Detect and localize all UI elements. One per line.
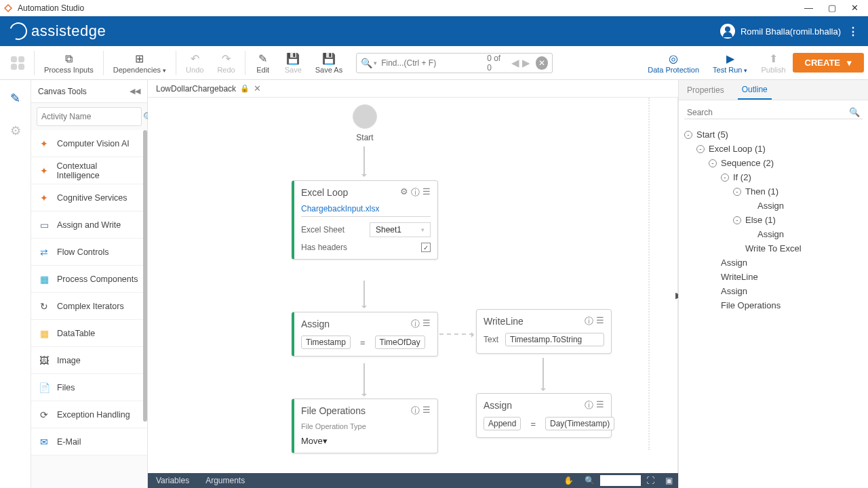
notes-icon[interactable]: ☰	[596, 315, 604, 327]
search-dropdown-icon[interactable]: ▾	[374, 60, 377, 66]
info-icon[interactable]: ⓘ	[585, 315, 593, 327]
tree-row[interactable]: Assign	[684, 199, 863, 213]
undo-button[interactable]: ↶ Undo	[179, 51, 210, 75]
tool-item[interactable]: ▭Assign and Write	[31, 211, 147, 239]
user-block[interactable]: Romil Bhalla(romil.bhalla)	[720, 24, 841, 39]
tree-row[interactable]: WriteLine	[684, 270, 863, 284]
data-protection-button[interactable]: ◎ Data Protection	[641, 51, 706, 75]
expand-right-icon[interactable]: ▶	[671, 287, 678, 302]
tree-row[interactable]: Assign	[684, 256, 863, 270]
collapse-panel-icon[interactable]: ◀◀	[130, 87, 140, 96]
variables-tab[interactable]: Variables	[148, 476, 197, 485]
info-icon[interactable]: ⓘ	[585, 399, 593, 411]
publish-button[interactable]: ⬆ Publish	[754, 51, 792, 75]
clear-search-icon[interactable]: ✕	[536, 56, 548, 70]
save-button[interactable]: 💾 Save	[278, 51, 309, 75]
assign-left[interactable]: Append	[484, 417, 521, 430]
assign-left[interactable]: Timestamp	[301, 336, 351, 349]
tree-row[interactable]: -Excel Loop (1)	[684, 142, 863, 156]
create-button[interactable]: CREATE▾	[793, 53, 864, 73]
tree-toggle-icon[interactable]: -	[733, 216, 741, 224]
info-icon[interactable]: ⓘ	[411, 405, 420, 417]
tool-item[interactable]: 🖼Image	[31, 347, 147, 374]
assign-node[interactable]: Assign ⓘ☰ Timestamp = TimeOfDay	[292, 312, 438, 357]
tree-toggle-icon[interactable]: -	[721, 174, 729, 182]
zoom-field[interactable]	[600, 475, 641, 486]
canvas[interactable]: Start Excel Loop ⚙ⓘ☰ ChargebackInput.xls…	[148, 98, 678, 473]
file-link[interactable]: ChargebackInput.xlsx	[301, 204, 431, 217]
tree-row[interactable]: File Operations	[684, 298, 863, 312]
workflow-tab[interactable]: LowDollarChargeback 🔒 ✕	[152, 83, 265, 94]
activity-search-input[interactable]	[41, 112, 143, 121]
prev-match-icon[interactable]: ◀	[510, 57, 521, 68]
sheet-dropdown[interactable]: Sheet1▾	[370, 222, 431, 237]
process-inputs-button[interactable]: ⧉ Process Inputs	[37, 51, 100, 75]
start-node[interactable]: Start	[344, 104, 385, 142]
minimize-button[interactable]: —	[804, 3, 813, 13]
file-operations-node[interactable]: File Operations ⓘ☰ File Operation Type M…	[292, 399, 438, 453]
tool-item[interactable]: ↻Complex Iterators	[31, 293, 147, 320]
tree-toggle-icon[interactable]: -	[733, 188, 741, 196]
outline-search-input[interactable]	[687, 108, 849, 117]
tool-item[interactable]: ▦DataTable	[31, 320, 147, 347]
arguments-tab[interactable]: Arguments	[197, 476, 253, 485]
tree-row[interactable]: Assign	[684, 227, 863, 241]
tool-item[interactable]: ✦Computer Vision AI	[31, 130, 147, 157]
notes-icon[interactable]: ☰	[422, 186, 431, 199]
tree-toggle-icon[interactable]: -	[696, 145, 705, 153]
assign-right[interactable]: Day(Timestamp)	[545, 417, 614, 430]
tree-row[interactable]: -Else (1)	[684, 213, 863, 227]
test-run-button[interactable]: ▶ Test Run▾	[706, 51, 754, 75]
gear-icon[interactable]: ⚙	[400, 186, 408, 199]
tool-item[interactable]: ✦Contextual Intelligence	[31, 157, 147, 184]
tree-row[interactable]: -If (2)	[684, 170, 863, 184]
save-as-button[interactable]: 💾 Save As	[309, 51, 349, 75]
type-dropdown[interactable]: Move▾	[301, 436, 431, 446]
info-icon[interactable]: ⓘ	[411, 318, 420, 330]
close-tab-icon[interactable]: ✕	[254, 83, 261, 94]
writeline-node[interactable]: WriteLine ⓘ☰ Text Timestamp.ToString	[476, 309, 612, 354]
excel-loop-node[interactable]: Excel Loop ⚙ⓘ☰ ChargebackInput.xlsx Exce…	[292, 180, 438, 260]
app-grid-toggle[interactable]	[4, 56, 31, 70]
close-button[interactable]: ✕	[851, 3, 859, 13]
text-value[interactable]: Timestamp.ToString	[505, 333, 604, 346]
info-icon[interactable]: ⓘ	[411, 186, 420, 199]
outline-search[interactable]: 🔍	[684, 106, 863, 119]
tool-item[interactable]: ✉E-Mail	[31, 428, 147, 455]
pan-icon[interactable]: ✋	[558, 476, 579, 485]
assign-right[interactable]: TimeOfDay	[375, 336, 425, 349]
find-box[interactable]: 🔍 ▾ 0 of 0 ◀▶ ✕	[356, 53, 553, 73]
tree-row[interactable]: Assign	[684, 284, 863, 298]
dependencies-button[interactable]: ⊞ Dependencies▾	[106, 51, 173, 75]
settings-rail-icon[interactable]: ⚙	[5, 121, 26, 141]
zoom-icon[interactable]: 🔍	[579, 476, 600, 485]
headers-checkbox[interactable]: ✓	[421, 243, 431, 252]
tree-row[interactable]: -Start (5)	[684, 127, 863, 142]
tree-row[interactable]: -Then (1)	[684, 184, 863, 199]
minimap-icon[interactable]: ▣	[660, 476, 678, 485]
tool-item[interactable]: ⟳Exception Handling	[31, 401, 147, 428]
outline-tab[interactable]: Outline	[738, 81, 772, 100]
edit-button[interactable]: ✎ Edit	[248, 51, 278, 75]
menu-kebab-icon[interactable]: ⋮	[848, 25, 859, 38]
redo-button[interactable]: ↷ Redo	[210, 51, 241, 75]
maximize-button[interactable]: ▢	[828, 3, 836, 13]
tool-item[interactable]: ✦Cognitive Services	[31, 184, 147, 211]
fit-icon[interactable]: ⛶	[641, 476, 660, 485]
activity-search[interactable]: 🔍	[37, 107, 142, 126]
tool-item[interactable]: ⇄Flow Controls	[31, 239, 147, 266]
properties-tab[interactable]: Properties	[683, 81, 728, 99]
tool-item[interactable]: 📄Files	[31, 374, 147, 401]
tree-row[interactable]: -Sequence (2)	[684, 156, 863, 170]
design-rail-icon[interactable]: ✎	[5, 88, 26, 108]
tree-toggle-icon[interactable]: -	[684, 131, 692, 139]
find-input[interactable]	[381, 58, 483, 68]
assign-node[interactable]: Assign ⓘ☰ Append = Day(Timestamp)	[476, 393, 612, 438]
notes-icon[interactable]: ☰	[596, 399, 604, 411]
tool-item[interactable]: ▦Process Components	[31, 266, 147, 293]
tool-scrollbar[interactable]	[143, 130, 147, 422]
next-match-icon[interactable]: ▶	[521, 57, 532, 68]
tree-toggle-icon[interactable]: -	[709, 159, 717, 167]
notes-icon[interactable]: ☰	[422, 318, 431, 330]
tree-row[interactable]: Write To Excel	[684, 241, 863, 256]
